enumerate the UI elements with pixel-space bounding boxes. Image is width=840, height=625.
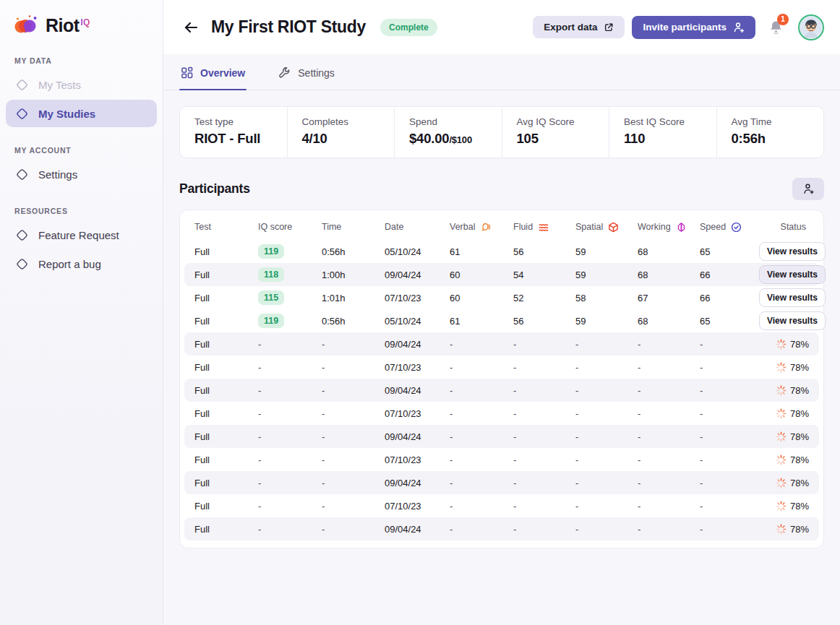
cell-time: - xyxy=(322,478,385,488)
stat-card-best-iq-score: Best IQ Score 110 xyxy=(609,107,717,158)
cell-test: Full xyxy=(194,270,258,280)
sidebar-item-my-studies[interactable]: My Studies xyxy=(6,100,157,127)
view-results-button[interactable]: View results xyxy=(759,288,826,307)
col-iq-score: IQ score xyxy=(258,222,322,232)
progress-status: 78% xyxy=(776,408,809,419)
sidebar-item-feature-request[interactable]: Feature Request xyxy=(6,221,157,249)
cell-fluid: 56 xyxy=(513,246,575,257)
add-participant-button[interactable] xyxy=(792,178,824,200)
back-arrow-icon xyxy=(182,19,200,36)
cell-verbal: 61 xyxy=(450,246,513,257)
cell-spatial: - xyxy=(575,454,638,465)
cell-spatial: 58 xyxy=(575,293,638,303)
table-row: Full - - 07/10/23 - - - - - xyxy=(184,355,819,379)
progress-percent: 78% xyxy=(790,524,809,535)
back-button[interactable] xyxy=(179,16,202,39)
spinner-icon xyxy=(776,431,787,442)
sidebar-section-label: MY DATA xyxy=(14,56,163,65)
progress-status: 78% xyxy=(776,362,809,373)
cell-fluid: - xyxy=(513,362,575,373)
notifications-button[interactable]: 1 xyxy=(768,20,784,35)
invite-participants-button[interactable]: Invite participants xyxy=(632,16,755,39)
cell-time: 0:56h xyxy=(322,316,385,327)
cell-test: Full xyxy=(194,339,258,350)
brand-logo[interactable]: RiotIQ xyxy=(0,13,163,38)
cell-verbal: - xyxy=(450,362,513,373)
cell-status: 78% xyxy=(759,339,809,350)
progress-status: 78% xyxy=(776,339,809,350)
external-link-icon xyxy=(604,22,614,33)
participants-title: Participants xyxy=(179,181,250,197)
progress-status: 78% xyxy=(776,385,809,396)
user-avatar[interactable] xyxy=(798,14,824,40)
cell-fluid: - xyxy=(513,385,575,396)
cell-verbal: - xyxy=(450,478,513,488)
cell-test: Full xyxy=(194,316,258,327)
cell-working: - xyxy=(638,431,700,442)
cell-date: 09/04/24 xyxy=(385,385,450,396)
progress-status: 78% xyxy=(776,478,809,488)
stat-label: Test type xyxy=(194,116,273,127)
cell-status: View results xyxy=(759,288,826,307)
cell-working: 68 xyxy=(638,316,700,327)
progress-percent: 78% xyxy=(790,385,809,396)
person-plus-icon xyxy=(733,22,745,33)
cell-fluid: - xyxy=(513,524,575,535)
view-results-button[interactable]: View results xyxy=(759,311,826,330)
cell-speed: - xyxy=(700,362,759,373)
cell-status: 78% xyxy=(759,501,809,512)
cell-speed: - xyxy=(700,431,759,442)
cell-status: View results xyxy=(759,242,826,261)
progress-status: 78% xyxy=(776,524,809,535)
cell-verbal: 60 xyxy=(450,293,513,303)
spinner-icon xyxy=(776,501,787,512)
col-fluid: Fluid xyxy=(513,222,575,233)
cell-fluid: - xyxy=(513,501,575,512)
cell-time: - xyxy=(322,339,385,350)
tab-overview[interactable]: Overview xyxy=(179,54,247,90)
cell-working: - xyxy=(638,362,700,373)
tab-bar: Overview Settings xyxy=(163,54,840,90)
cell-verbal: - xyxy=(450,385,513,396)
sidebar-item-settings[interactable]: Settings xyxy=(6,160,157,188)
sidebar-item-report-a-bug[interactable]: Report a bug xyxy=(6,250,157,277)
progress-percent: 78% xyxy=(790,454,809,465)
wrench-icon xyxy=(278,66,291,79)
cell-date: 07/10/23 xyxy=(385,454,450,465)
cell-verbal: 61 xyxy=(450,316,513,327)
stat-card-completes: Completes 4/10 xyxy=(288,107,395,158)
table-row: Full 118 1:00h 09/04/24 60 54 59 68 66 V… xyxy=(184,263,819,286)
cell-time: 0:56h xyxy=(322,246,385,257)
cell-date: 09/04/24 xyxy=(385,431,450,442)
fluid-waves-icon xyxy=(538,222,549,233)
cell-test: Full xyxy=(194,454,258,465)
cell-date: 05/10/24 xyxy=(385,316,450,327)
sidebar-item-my-tests[interactable]: My Tests xyxy=(6,71,157,98)
cell-status: 78% xyxy=(759,478,809,488)
cell-test: Full xyxy=(194,478,258,488)
cell-spatial: - xyxy=(575,385,638,396)
cell-working: - xyxy=(638,408,700,419)
cell-working: 68 xyxy=(638,270,700,280)
cell-status: View results xyxy=(759,311,826,330)
spinner-icon xyxy=(776,478,787,488)
stat-card-test-type: Test type RIOT - Full xyxy=(180,107,288,158)
view-results-button[interactable]: View results xyxy=(759,265,826,284)
stat-value: 110 xyxy=(624,131,702,147)
spinner-icon xyxy=(776,339,787,350)
cell-iq-score: - xyxy=(258,339,322,350)
table-header-row: Test IQ score Time Date Verbal Fluid xyxy=(184,214,819,240)
cell-test: Full xyxy=(194,408,258,419)
export-data-button[interactable]: Export data xyxy=(533,16,625,38)
view-results-button[interactable]: View results xyxy=(759,242,826,261)
page-title: My First RIOT Study xyxy=(211,17,366,37)
sidebar-section-label: MY ACCOUNT xyxy=(14,146,163,155)
cell-status: 78% xyxy=(759,408,809,419)
cell-date: 07/10/23 xyxy=(385,501,450,512)
working-brain-icon xyxy=(676,222,687,233)
cell-status: 78% xyxy=(759,454,809,465)
stat-value: 105 xyxy=(517,131,595,147)
tab-settings[interactable]: Settings xyxy=(277,54,336,90)
speed-gauge-icon xyxy=(731,222,742,233)
table-row: Full - - 09/04/24 - - - - - xyxy=(184,332,819,355)
